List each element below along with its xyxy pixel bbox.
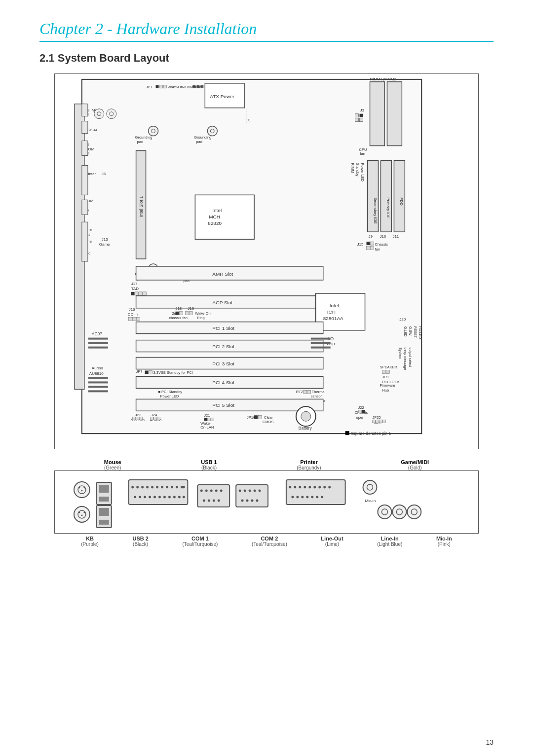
svg-rect-36 [360,114,363,117]
usb1-port-label: USB 1 (Black) [201,459,217,470]
svg-rect-110 [179,312,183,315]
svg-text:RIMM: RIMM [350,163,355,173]
section-title-text: System Board Layout [58,52,169,64]
svg-rect-156 [88,390,108,392]
svg-point-217 [83,487,85,489]
svg-text:J3: J3 [360,108,365,112]
svg-text:J18: J18 [175,306,182,311]
svg-rect-266 [286,480,345,504]
com1-port-label: COM 1 (Teal/Turquoise) [182,536,218,547]
svg-rect-111 [185,312,189,315]
svg-text:TAD: TAD [131,287,139,291]
svg-rect-2 [370,82,385,146]
svg-point-263 [246,500,249,502]
svg-rect-198 [359,410,362,413]
svg-text:J15: J15 [357,242,364,247]
svg-point-244 [178,496,181,499]
chapter-divider [39,41,494,42]
svg-rect-84 [367,242,370,245]
svg-text:PCI 2 Slot: PCI 2 Slot [212,344,234,349]
svg-rect-175 [258,415,262,419]
svg-rect-123 [88,342,108,344]
svg-point-273 [318,486,321,489]
svg-text:G.LED: G.LED [404,326,407,337]
svg-text:PCI 1 Slot: PCI 1 Slot [212,325,234,331]
svg-rect-11 [156,85,159,88]
svg-rect-222 [129,480,188,504]
svg-text:fan: fan [360,152,365,156]
svg-text:pad: pad [196,140,202,144]
ports-section: Mouse (Green) USB 1 (Black) Printer (Bur… [54,456,479,549]
svg-text:JP25: JP25 [373,415,381,420]
board-svg: RIMM1|RIMM2 ATX Power JP1 Wake-On-KB/Mou… [55,74,478,449]
svg-text:J9: J9 [369,234,373,239]
svg-rect-292 [99,508,109,516]
svg-rect-147 [382,370,385,373]
line-in-port-label: Line-In (Light Blue) [377,536,402,547]
svg-point-276 [291,496,294,499]
svg-text:J23: J23 [135,413,142,417]
svg-text:Game: Game [99,242,110,247]
section-title: 2.1 System Board Layout [39,52,494,65]
mouse-port-label: Mouse (Green) [104,459,121,470]
svg-text:RIMM1|RIMM2: RIMM1|RIMM2 [370,77,397,81]
ports-svg: Mic-In [65,475,468,529]
svg-point-264 [251,500,254,502]
svg-text:J10: J10 [380,234,386,239]
svg-rect-163 [307,390,311,394]
svg-text:PCI 3 Slot: PCI 3 Slot [212,361,234,366]
svg-text:On-LAN: On-LAN [200,425,214,430]
svg-point-261 [259,490,261,492]
svg-rect-162 [304,390,307,394]
svg-text:AC97: AC97 [92,331,102,336]
svg-rect-12 [160,85,163,88]
svg-rect-104 [137,318,140,321]
svg-point-282 [321,496,323,499]
svg-point-294 [378,505,391,519]
com2-port-label: COM 2 (Teal/Turquoise) [252,536,287,547]
svg-text:CD-in: CD-in [128,312,138,317]
svg-rect-213 [82,222,88,261]
svg-rect-122 [88,338,108,340]
svg-point-241 [163,496,166,499]
svg-rect-187 [154,417,157,420]
svg-rect-256 [236,485,268,507]
svg-rect-203 [376,420,379,423]
svg-point-223 [131,486,134,489]
usb2-port-label: USB 2 (Black) [132,536,148,547]
svg-point-257 [239,490,241,492]
svg-rect-135 [311,342,331,344]
svg-rect-109 [175,312,179,315]
svg-text:G.SW: G.SW [409,326,412,336]
svg-rect-85 [371,242,374,245]
svg-point-280 [311,496,313,499]
svg-point-278 [301,496,304,499]
svg-point-214 [74,482,90,498]
svg-text:AGP Slot: AGP Slot [212,300,232,305]
chapter-title: Chapter 2 - Hardware Installation [39,20,494,38]
svg-rect-190 [204,418,207,421]
svg-rect-220 [99,485,109,493]
svg-point-231 [171,486,173,489]
svg-point-230 [166,486,168,489]
svg-point-255 [218,500,220,502]
svg-rect-205 [382,420,385,423]
svg-point-232 [176,486,178,489]
svg-point-18 [94,109,104,119]
svg-text:3.3VSB Standby for PCI: 3.3VSB Standby for PCI [153,370,193,375]
svg-point-245 [183,496,185,499]
svg-point-20 [107,109,116,119]
svg-rect-221 [99,497,109,502]
svg-rect-182 [133,417,136,420]
svg-point-269 [299,486,301,489]
svg-point-236 [139,496,141,499]
svg-point-224 [136,486,139,489]
svg-rect-124 [88,347,108,349]
svg-rect-76 [381,160,391,232]
svg-point-283 [363,480,377,494]
svg-point-259 [249,490,251,492]
svg-rect-183 [136,417,139,420]
svg-text:82801AA: 82801AA [323,316,343,321]
svg-point-260 [254,490,256,492]
svg-point-239 [153,496,156,499]
